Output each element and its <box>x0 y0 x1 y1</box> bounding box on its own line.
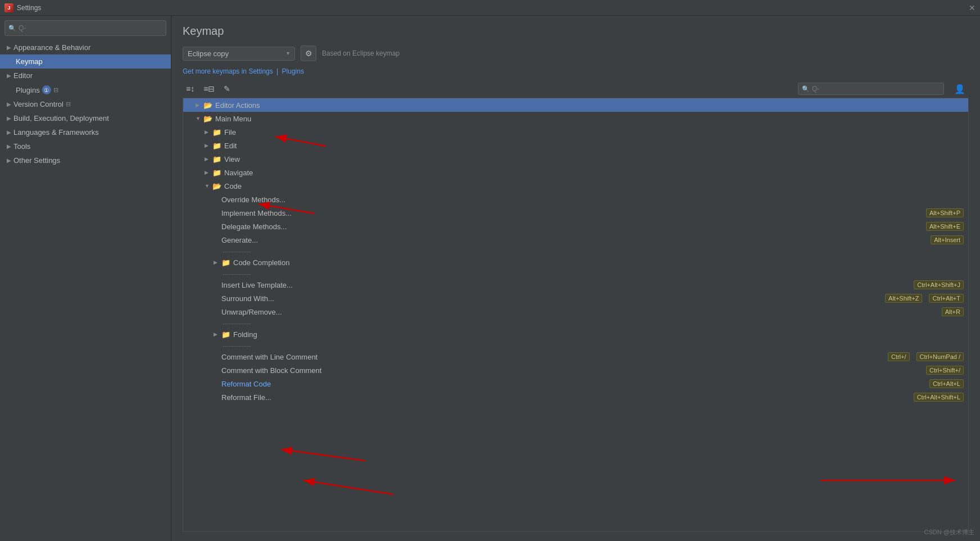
tree-row-live-template[interactable]: Insert Live Template... Ctrl+Alt+Shift+J <box>183 278 968 292</box>
tree-row-generate[interactable]: Generate... Alt+Insert <box>183 233 968 247</box>
tree-label: Implement Methods... <box>221 209 923 217</box>
sidebar-search[interactable]: 🔍 <box>4 20 166 36</box>
link-text-2: Plugins <box>282 67 304 75</box>
sidebar-item-build[interactable]: ▶ Build, Execution, Deployment <box>0 111 171 125</box>
tree-row-main-menu[interactable]: ▼ 📂 Main Menu <box>183 112 968 125</box>
shortcut-tag: Alt+Shift+E <box>926 222 964 231</box>
tree-row-override[interactable]: Override Methods... <box>183 193 968 206</box>
tree-row-folding[interactable]: ▶ 📁 Folding <box>183 328 968 341</box>
folder-icon: 📂 <box>212 182 221 190</box>
tree-row-code[interactable]: ▼ 📂 Code <box>183 179 968 193</box>
toolbar-btn-filter[interactable]: ≡⊟ <box>200 82 218 96</box>
shortcut-tag: Ctrl+Alt+Shift+J <box>914 280 964 289</box>
tree-row-surround[interactable]: Surround With... Alt+Shift+Z Ctrl+Alt+T <box>183 292 968 305</box>
shortcut-tag-2: Ctrl+NumPad / <box>917 352 964 361</box>
sidebar-item-label: Appearance & Behavior <box>13 43 90 52</box>
folder-icon: 📂 <box>203 115 212 123</box>
shortcut-area: Alt+Shift+P <box>923 208 964 217</box>
close-button[interactable]: ✕ <box>969 3 976 12</box>
sidebar-item-appearance[interactable]: ▶ Appearance & Behavior <box>0 40 171 54</box>
settings-icon: ⊟ <box>53 87 58 94</box>
tree-row-code-completion[interactable]: ▶ 📁 Code Completion <box>183 256 968 269</box>
shortcut-area: Alt+Shift+Z Ctrl+Alt+T <box>882 294 964 303</box>
shortcut-tag: Ctrl+Shift+/ <box>926 366 964 375</box>
sidebar-item-label: Keymap <box>16 57 43 66</box>
tree-row-comment-line[interactable]: Comment with Line Comment Ctrl+/ Ctrl+Nu… <box>183 350 968 363</box>
sidebar-item-languages[interactable]: ▶ Languages & Frameworks <box>0 125 171 139</box>
tree-label: View <box>224 155 964 163</box>
keymap-plugins-link[interactable]: Get more keymaps in Settings | Plugins <box>183 67 304 75</box>
tree-separator: -------------- <box>183 247 968 256</box>
plugins-badge: ① <box>42 85 51 94</box>
tree-label: File <box>224 128 964 137</box>
tree-label: Override Methods... <box>221 196 964 204</box>
tree-arrow-icon: ▶ <box>205 170 212 175</box>
tree-row-file[interactable]: ▶ 📁 File <box>183 125 968 139</box>
shortcut-tag: Ctrl+Alt+Shift+L <box>914 393 964 402</box>
keymap-select[interactable]: Eclipse copy <box>183 47 295 61</box>
tree-arrow-icon: ▶ <box>214 260 221 265</box>
toolbar-person-btn[interactable]: 👤 <box>951 83 969 96</box>
arrow-icon: ▶ <box>7 44 11 51</box>
tree-row-reformat-code[interactable]: Reformat Code Ctrl+Alt+L <box>183 377 968 390</box>
tree-arrow-icon: ▼ <box>205 183 212 189</box>
tree-label: Comment with Line Comment <box>221 353 884 361</box>
tree-label: Comment with Block Comment <box>221 366 923 375</box>
arrow-icon: ▶ <box>7 115 11 121</box>
tree-row-edit[interactable]: ▶ 📁 Edit <box>183 139 968 152</box>
tree-arrow-icon: ▶ <box>205 156 212 162</box>
arrow-icon: ▶ <box>7 129 11 135</box>
shortcut-tag-2: Ctrl+Alt+T <box>929 294 964 303</box>
tree-row-comment-block[interactable]: Comment with Block Comment Ctrl+Shift+/ <box>183 363 968 377</box>
title-bar: J Settings ✕ <box>0 0 980 16</box>
shortcut-tag: Alt+R <box>942 307 964 316</box>
keymap-gear-button[interactable]: ⚙ <box>301 46 316 61</box>
tree-separator: -------------- <box>183 319 968 328</box>
keymap-select-wrapper[interactable]: Eclipse copy <box>183 47 295 61</box>
sidebar-tree: ▶ Appearance & Behavior Keymap ▶ Editor … <box>0 40 171 541</box>
sidebar-item-plugins[interactable]: Plugins ① ⊟ <box>0 83 171 97</box>
sidebar-item-label: Other Settings <box>13 156 60 165</box>
tree-label: Editor Actions <box>215 101 964 110</box>
sidebar-item-label: Build, Execution, Deployment <box>13 114 109 122</box>
tree-row-unwrap[interactable]: Unwrap/Remove... Alt+R <box>183 305 968 319</box>
tree-label: Code <box>224 182 964 190</box>
sidebar-search-input[interactable] <box>19 24 162 32</box>
sidebar: 🔍 ▶ Appearance & Behavior Keymap ▶ Edito… <box>0 16 171 541</box>
arrow-icon: ▶ <box>7 72 11 79</box>
tree-row-editor-actions[interactable]: ▶ 📂 Editor Actions <box>183 98 968 112</box>
tree-label: Folding <box>233 330 964 339</box>
tree-row-view[interactable]: ▶ 📁 View <box>183 152 968 166</box>
watermark: CSDN @技术博主 <box>924 528 974 537</box>
toolbar-search[interactable]: 🔍 <box>798 83 944 95</box>
toolbar-search-input[interactable] <box>812 85 940 93</box>
tree-row-navigate[interactable]: ▶ 📁 Navigate <box>183 166 968 179</box>
sidebar-item-other[interactable]: ▶ Other Settings <box>0 153 171 167</box>
sidebar-item-vcs[interactable]: ▶ Version Control ⊟ <box>0 97 171 111</box>
tree-label: Reformat File... <box>221 393 910 402</box>
sidebar-item-keymap[interactable]: Keymap <box>0 54 171 69</box>
shortcut-tag: Alt+Shift+P <box>926 208 964 217</box>
sidebar-item-label: Tools <box>13 142 30 151</box>
shortcut-tag: Alt+Shift+Z <box>885 294 922 303</box>
tree-label: Delegate Methods... <box>221 222 923 231</box>
title-bar-text: Settings <box>17 4 41 12</box>
sidebar-item-tools[interactable]: ▶ Tools <box>0 139 171 153</box>
sidebar-item-label: Version Control <box>13 100 63 108</box>
folder-icon: 📁 <box>212 142 221 150</box>
toolbar-btn-sort[interactable]: ≡↕ <box>183 82 198 96</box>
arrow-icon: ▶ <box>7 157 11 163</box>
sidebar-item-editor[interactable]: ▶ Editor <box>0 69 171 83</box>
tree-arrow-icon: ▼ <box>196 116 203 121</box>
tree-arrow-icon: ▶ <box>196 102 203 108</box>
tree-separator: -------------- <box>183 341 968 350</box>
tree-label: Navigate <box>224 169 964 177</box>
keymap-header: Eclipse copy ⚙ Based on Eclipse keymap <box>183 46 969 61</box>
tree-row-implement[interactable]: Implement Methods... Alt+Shift+P <box>183 206 968 220</box>
app-icon: J <box>4 3 13 12</box>
folder-icon: 📁 <box>212 169 221 177</box>
tree-row-delegate[interactable]: Delegate Methods... Alt+Shift+E <box>183 220 968 233</box>
tree-row-reformat-file[interactable]: Reformat File... Ctrl+Alt+Shift+L <box>183 390 968 404</box>
toolbar-btn-edit[interactable]: ✎ <box>220 82 234 96</box>
tree-label: Unwrap/Remove... <box>221 308 938 316</box>
